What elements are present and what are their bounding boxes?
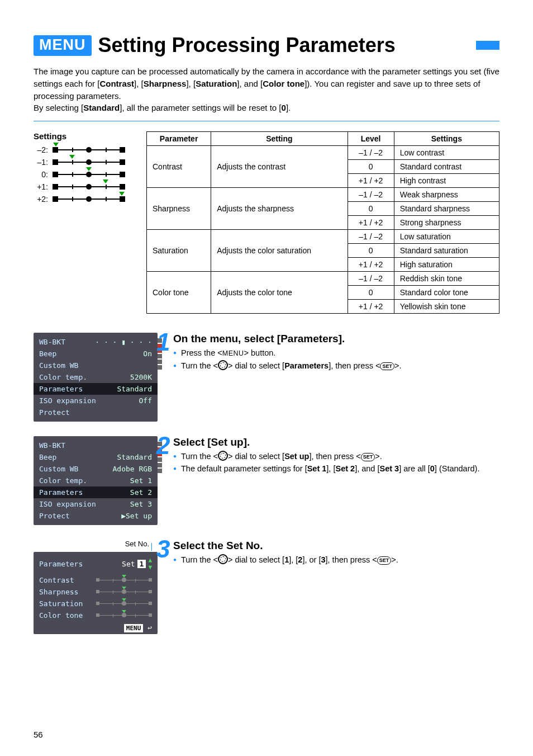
set-icon: SET [361,453,375,461]
lcd-parameter-row: Saturation [34,598,158,609]
lcd-parameter-row: Sharpness [34,586,158,598]
lcd-row: Color temp.Set 1 [34,475,158,486]
slider-indicator [53,195,125,203]
camera-lcd-parameters: Parameters Set 1 ▲▼ ContrastSharpnessSat… [34,552,158,634]
up-down-arrows-icon: ▲▼ [148,556,152,571]
title-accent-bar [476,41,499,50]
step-2-bullet-2: The default parameter settings for [Set … [173,463,499,474]
table-row: SharpnessAdjusts the sharpness–1 / –2Wea… [147,188,499,202]
lcd-row: ParametersStandard [34,383,158,395]
lcd-row: ISO expansionSet 3 [34,498,158,510]
set-icon: SET [377,556,392,565]
lcd-row: Protect▶Set up [34,510,158,522]
step-number-2: 2 [156,432,170,460]
lcd-row: ISO expansionOff [34,395,158,407]
table-row: ContrastAdjusts the contrast–1 / –2Low c… [147,146,499,160]
slider-indicator [53,158,125,166]
table-header: Settings [394,132,499,146]
slider-indicator [53,183,125,191]
lcd-row: Custom WBAdobe RGB [34,463,158,475]
step-2-title: Select [Set up]. [173,436,499,448]
section-divider [34,121,499,121]
lcd-row: Custom WB [34,360,158,371]
camera-lcd-menu-1: WB-BKT· · · ▮ · · ·BeepOnCustom WBColor … [34,333,158,422]
parameters-table: ParameterSettingLevelSettings ContrastAd… [146,131,499,314]
lcd-row: ParametersSet 2 [34,486,158,498]
lcd-parameter-row: Contrast [34,574,158,586]
step-number-1: 1 [156,328,170,356]
page-title-row: MENU Setting Processing Parameters [34,34,499,57]
settings-slider-row: 0: [34,170,134,179]
camera-lcd-menu-2: WB-BKTBeepStandardCustom WBAdobe RGBColo… [34,436,158,525]
dial-icon [218,360,228,370]
slider-indicator [53,146,125,154]
lcd-row: WB-BKT [34,440,158,451]
lcd-row: BeepOn [34,348,158,360]
table-header: Setting [211,132,348,146]
step-2-bullet-1: Turn the <> dial to select [Set up], the… [173,451,499,462]
intro-paragraph: The image you capture can be processed a… [34,65,499,114]
settings-heading: Settings [34,131,134,141]
lcd-row: BeepStandard [34,451,158,463]
page-title: Setting Processing Parameters [98,34,463,57]
step-1-bullet-2: Turn the <> dial to select [Parameters],… [173,360,499,371]
table-row: SaturationAdjusts the color saturation–1… [147,230,499,244]
step-1-bullet-1: Press the <MENU> button. [173,347,499,359]
table-header: Level [348,132,394,146]
page-number: 56 [34,730,43,739]
step-3-bullet-1: Turn the <> dial to select [1], [2], or … [173,554,499,565]
set-icon: SET [380,362,394,371]
dial-icon [218,451,228,461]
step-number-3: 3 [156,535,170,563]
lcd-row: Color temp.5200K [34,371,158,383]
set-no-label: Set No. [34,540,152,551]
lcd-row: WB-BKT· · · ▮ · · · [34,336,158,348]
menu-badge-icon: MENU [34,35,92,56]
settings-slider-row: –1: [34,158,134,167]
slider-indicator [53,171,125,178]
settings-slider-row: +1: [34,182,134,191]
step-1-title: On the menu, select [Parameters]. [173,333,499,345]
lcd-parameter-row: Color tone [34,609,158,621]
lcd-row: Protect [34,407,158,418]
table-row: Color toneAdjusts the color tone–1 / –2R… [147,272,499,286]
settings-slider-row: +2: [34,195,134,204]
table-header: Parameter [147,132,211,146]
settings-slider-row: –2: [34,145,134,154]
dial-icon [218,554,228,564]
step-3-title: Select the Set No. [173,540,499,552]
